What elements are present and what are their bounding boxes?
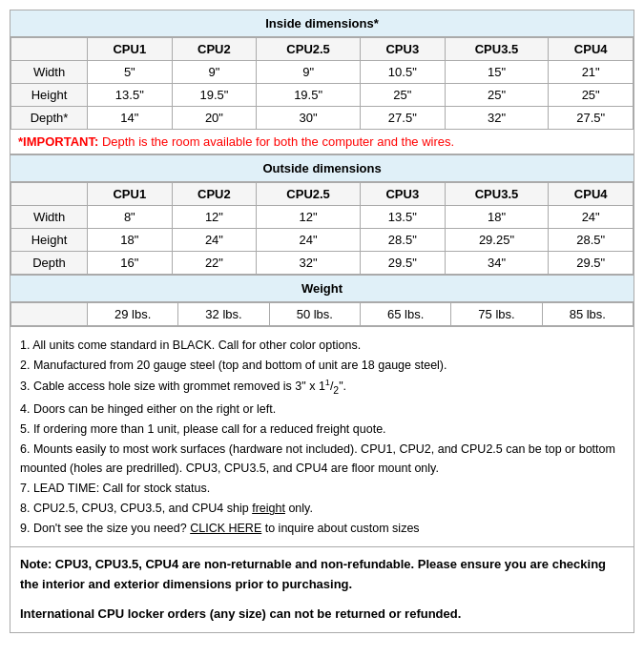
freight-underline: freight: [252, 502, 285, 515]
inside-width-row: Width 5" 9" 9" 10.5" 15" 21": [11, 61, 634, 84]
outside-height-cpu2: 24": [172, 229, 257, 252]
inside-width-cpu3: 10.5": [360, 61, 445, 84]
outside-width-row: Width 8" 12" 12" 13.5" 18" 24": [11, 206, 634, 229]
inside-dimensions-table: CPU1 CPU2 CPU2.5 CPU3 CPU3.5 CPU4 Width …: [10, 37, 634, 130]
inside-height-cpu2-5: 19.5": [257, 84, 361, 107]
inside-depth-cpu4: 27.5": [549, 107, 634, 130]
outside-width-cpu1: 8": [88, 206, 173, 229]
weight-cpu2-5: 50 lbs.: [269, 303, 360, 326]
outside-depth-cpu4: 29.5": [549, 252, 634, 275]
outside-height-row: Height 18" 24" 24" 28.5" 29.25" 28.5": [11, 229, 634, 252]
outside-height-cpu3-5: 29.25": [445, 229, 549, 252]
inside-height-label: Height: [11, 84, 88, 107]
outside-empty-header: [11, 183, 88, 206]
inside-width-cpu1: 5": [88, 61, 173, 84]
inside-width-label: Width: [11, 61, 88, 84]
outside-depth-row: Depth 16" 22" 32" 29.5" 34" 29.5": [11, 252, 634, 275]
outside-depth-cpu2: 22": [172, 252, 257, 275]
inside-height-row: Height 13.5" 19.5" 19.5" 25" 25" 25": [11, 84, 634, 107]
note-1: 1. All units come standard in BLACK. Cal…: [20, 336, 624, 355]
outside-col-cpu2: CPU2: [172, 183, 257, 206]
col-cpu2: CPU2: [172, 38, 257, 61]
bold-notes-section: Note: CPU3, CPU3.5, CPU4 are non-returna…: [10, 547, 634, 631]
outside-width-cpu3-5: 18": [445, 206, 549, 229]
note-2: 2. Manufactured from 20 gauge steel (top…: [20, 356, 624, 375]
col-cpu1: CPU1: [88, 38, 173, 61]
weight-empty: [11, 303, 88, 326]
outside-width-cpu2: 12": [172, 206, 257, 229]
notes-section: 1. All units come standard in BLACK. Cal…: [10, 327, 634, 547]
note-3: 3. Cable access hole size with grommet r…: [20, 376, 624, 399]
weight-cpu1: 29 lbs.: [88, 303, 178, 326]
weight-cpu3: 65 lbs.: [360, 303, 450, 326]
inside-depth-row: Depth* 14" 20" 30" 27.5" 32" 27.5": [11, 107, 634, 130]
outside-col-cpu3: CPU3: [360, 183, 445, 206]
outside-depth-cpu3: 29.5": [360, 252, 445, 275]
outside-col-cpu4: CPU4: [549, 183, 634, 206]
outside-depth-cpu1: 16": [88, 252, 173, 275]
outside-dimensions-title: Outside dimensions: [10, 155, 634, 182]
weight-row: 29 lbs. 32 lbs. 50 lbs. 65 lbs. 75 lbs. …: [11, 303, 634, 326]
inside-height-cpu4: 25": [549, 84, 634, 107]
outside-height-label: Height: [11, 229, 88, 252]
note-8: 8. CPU2.5, CPU3, CPU3.5, and CPU4 ship f…: [20, 499, 624, 518]
click-here-link[interactable]: CLICK HERE: [190, 522, 261, 535]
bold-note-1: Note: CPU3, CPU3.5, CPU4 are non-returna…: [20, 555, 624, 595]
outside-width-cpu4: 24": [549, 206, 634, 229]
important-label: *IMPORTANT:: [18, 134, 98, 149]
outside-height-cpu3: 28.5": [360, 229, 445, 252]
weight-section: Weight 29 lbs. 32 lbs. 50 lbs. 65 lbs. 7…: [10, 276, 634, 327]
inside-width-cpu3-5: 15": [445, 61, 549, 84]
empty-header: [11, 38, 88, 61]
inside-depth-cpu2: 20": [172, 107, 257, 130]
inside-width-cpu4: 21": [549, 61, 634, 84]
col-cpu4: CPU4: [549, 38, 634, 61]
bold-note-2: International CPU locker orders (any siz…: [20, 605, 624, 625]
inside-depth-label: Depth*: [11, 107, 88, 130]
inside-dimensions-section: Inside dimensions* CPU1 CPU2 CPU2.5 CPU3…: [10, 10, 634, 155]
inside-depth-cpu3-5: 32": [445, 107, 549, 130]
outside-height-cpu2-5: 24": [257, 229, 361, 252]
weight-cpu2: 32 lbs.: [178, 303, 269, 326]
note-6: 6. Mounts easily to most work surfaces (…: [20, 440, 624, 478]
inside-depth-cpu1: 14": [88, 107, 173, 130]
note-5: 5. If ordering more than 1 unit, please …: [20, 420, 624, 439]
col-cpu3-5: CPU3.5: [445, 38, 549, 61]
inside-height-cpu3: 25": [360, 84, 445, 107]
col-cpu3: CPU3: [360, 38, 445, 61]
outside-depth-cpu2-5: 32": [257, 252, 361, 275]
outside-col-cpu2-5: CPU2.5: [257, 183, 361, 206]
important-note: *IMPORTANT: Depth is the room available …: [10, 130, 634, 154]
weight-table: 29 lbs. 32 lbs. 50 lbs. 65 lbs. 75 lbs. …: [10, 302, 634, 326]
inside-dimensions-header-row: CPU1 CPU2 CPU2.5 CPU3 CPU3.5 CPU4: [11, 38, 634, 61]
note-9: 9. Don't see the size you need? CLICK HE…: [20, 519, 624, 538]
outside-depth-cpu3-5: 34": [445, 252, 549, 275]
outside-dimensions-table: CPU1 CPU2 CPU2.5 CPU3 CPU3.5 CPU4 Width …: [10, 182, 634, 275]
outside-width-cpu3: 13.5": [360, 206, 445, 229]
main-container: Inside dimensions* CPU1 CPU2 CPU2.5 CPU3…: [10, 10, 634, 633]
weight-cpu4: 85 lbs.: [542, 303, 633, 326]
outside-dimensions-header-row: CPU1 CPU2 CPU2.5 CPU3 CPU3.5 CPU4: [11, 183, 634, 206]
inside-height-cpu3-5: 25": [445, 84, 549, 107]
note-7: 7. LEAD TIME: Call for stock status.: [20, 479, 624, 498]
note-4: 4. Doors can be hinged either on the rig…: [20, 400, 624, 419]
inside-height-cpu1: 13.5": [88, 84, 173, 107]
col-cpu2-5: CPU2.5: [257, 38, 361, 61]
inside-dimensions-title: Inside dimensions*: [10, 10, 634, 37]
inside-height-cpu2: 19.5": [172, 84, 257, 107]
outside-height-cpu4: 28.5": [549, 229, 634, 252]
outside-height-cpu1: 18": [88, 229, 173, 252]
outside-dimensions-section: Outside dimensions CPU1 CPU2 CPU2.5 CPU3…: [10, 155, 634, 276]
outside-col-cpu3-5: CPU3.5: [445, 183, 549, 206]
outside-width-cpu2-5: 12": [257, 206, 361, 229]
outside-width-label: Width: [11, 206, 88, 229]
outside-col-cpu1: CPU1: [88, 183, 173, 206]
inside-width-cpu2: 9": [172, 61, 257, 84]
inside-depth-cpu3: 27.5": [360, 107, 445, 130]
outside-depth-label: Depth: [11, 252, 88, 275]
inside-width-cpu2-5: 9": [257, 61, 361, 84]
inside-depth-cpu2-5: 30": [257, 107, 361, 130]
weight-cpu3-5: 75 lbs.: [451, 303, 542, 326]
weight-title: Weight: [10, 276, 634, 302]
important-text: Depth is the room available for both the…: [102, 134, 454, 149]
